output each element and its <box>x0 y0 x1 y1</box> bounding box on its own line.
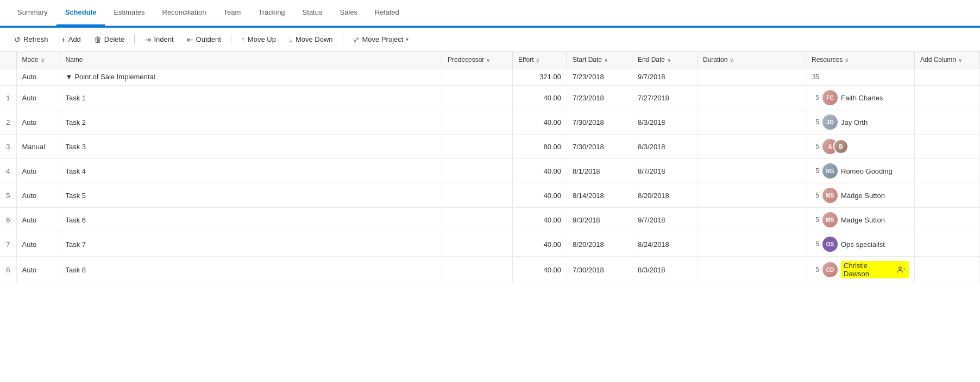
cell-mode: Auto <box>16 159 60 183</box>
delete-icon: 🗑 <box>94 35 102 44</box>
cell-predecessor <box>442 110 513 135</box>
col-header-duration[interactable]: Duration ∨ <box>698 52 806 68</box>
cell-enddate: 7/27/2018 <box>632 86 698 110</box>
resource-name: Faith Charles <box>841 94 883 102</box>
cell-effort: 80.00 <box>513 135 567 159</box>
schedule-table: Mode ∨ Name Predecessor ∨ <box>0 52 980 283</box>
avatar: B <box>833 139 849 154</box>
table-row[interactable]: 3ManualTask 380.007/30/20188/3/20185AB <box>0 135 980 159</box>
refresh-button[interactable]: ↺ Refresh <box>9 33 54 47</box>
cell-duration <box>698 135 806 159</box>
cell-duration <box>698 232 806 257</box>
mode-sort-icon: ∨ <box>41 57 45 63</box>
tab-team[interactable]: Team <box>215 0 249 26</box>
cell-addcol <box>915 135 980 159</box>
separator-3 <box>343 34 343 45</box>
table-row[interactable]: 2AutoTask 240.007/30/20188/3/20185JOJay … <box>0 110 980 135</box>
col-header-effort[interactable]: Effort ∨ <box>513 52 567 68</box>
tab-tracking[interactable]: Tracking <box>249 0 293 26</box>
tab-estimates[interactable]: Estimates <box>105 0 153 26</box>
col-header-resources[interactable]: Resources ∨ <box>806 52 915 68</box>
table-row[interactable]: 4AutoTask 440.008/1/20188/7/20185RGRomeo… <box>0 159 980 183</box>
col-header-startdate[interactable]: Start Date ∨ <box>567 52 632 68</box>
move-project-icon: ⤢ <box>353 35 360 44</box>
cell-resources: 5CDChristie Dawson <box>806 257 915 283</box>
cell-predecessor <box>442 232 513 257</box>
pred-sort-icon: ∨ <box>486 57 490 63</box>
move-up-label: Move Up <box>248 35 276 43</box>
cell-duration <box>698 183 806 208</box>
cell-predecessor <box>442 68 513 86</box>
move-up-button[interactable]: ↑ Move Up <box>236 33 281 47</box>
cell-mode: Auto <box>16 257 60 283</box>
table-row[interactable]: 1AutoTask 140.007/23/20187/27/20185FCFai… <box>0 86 980 110</box>
col-mode-label: Mode <box>22 56 39 63</box>
cell-rownum: 3 <box>0 135 16 159</box>
table-row[interactable]: 6AutoTask 640.009/3/20189/7/20185MSMadge… <box>0 208 980 232</box>
indent-icon: ⇥ <box>145 35 151 44</box>
tab-status[interactable]: Status <box>294 0 331 26</box>
cell-effort: 40.00 <box>513 86 567 110</box>
move-down-label: Move Down <box>296 35 333 43</box>
resource-count: 5 <box>812 216 819 224</box>
add-button[interactable]: + Add <box>56 33 86 47</box>
cell-addcol <box>915 68 980 86</box>
resource-name: Madge Sutton <box>841 216 885 224</box>
resource-count: 5 <box>812 118 819 126</box>
col-start-label: Start Date <box>573 56 602 63</box>
cell-mode: Auto <box>16 110 60 135</box>
resources-sort-icon: ∨ <box>845 57 849 63</box>
cell-resources: 5OSOps specialist <box>806 232 915 257</box>
delete-button[interactable]: 🗑 Delete <box>89 33 130 47</box>
move-project-button[interactable]: ⤢ Move Project ▾ <box>348 33 414 47</box>
cell-addcol <box>915 183 980 208</box>
table-row[interactable]: 5AutoTask 540.008/14/20188/20/20185MSMad… <box>0 183 980 208</box>
toolbar: ↺ Refresh + Add 🗑 Delete ⇥ Indent ⇤ Outd… <box>0 28 980 52</box>
tab-sales[interactable]: Sales <box>331 0 366 26</box>
refresh-icon: ↺ <box>14 35 21 44</box>
cell-enddate: 8/20/2018 <box>632 183 698 208</box>
tab-summary[interactable]: Summary <box>9 0 56 26</box>
col-header-name[interactable]: Name <box>60 52 442 68</box>
move-project-chevron: ▾ <box>406 36 409 42</box>
indent-button[interactable]: ⇥ Indent <box>139 33 179 47</box>
col-resources-label: Resources <box>812 56 843 63</box>
cell-startdate: 7/30/2018 <box>567 257 632 283</box>
cell-rownum: 4 <box>0 159 16 183</box>
resource-count: 35 <box>812 73 819 81</box>
move-down-button[interactable]: ↓ Move Down <box>284 33 338 47</box>
col-header-addcol[interactable]: Add Column ∨ <box>915 52 980 68</box>
cell-rownum <box>0 68 16 86</box>
table-row[interactable]: 8AutoTask 840.007/30/20188/3/20185CDChri… <box>0 257 980 283</box>
cell-enddate: 9/7/2018 <box>632 68 698 86</box>
col-header-mode[interactable]: Mode ∨ <box>16 52 60 68</box>
tab-related[interactable]: Related <box>366 0 408 26</box>
tab-schedule[interactable]: Schedule <box>56 0 105 26</box>
avatar: FC <box>822 90 838 105</box>
edit-resource-button[interactable] <box>896 265 906 275</box>
cell-rownum: 7 <box>0 232 16 257</box>
expand-icon[interactable]: ▼ <box>66 73 73 81</box>
cell-rownum: 8 <box>0 257 16 283</box>
col-header-predecessor[interactable]: Predecessor ∨ <box>442 52 513 68</box>
table-row[interactable]: Auto▼Point of Sale Implementat321.007/23… <box>0 68 980 86</box>
cell-name: Task 5 <box>60 183 442 208</box>
separator-1 <box>134 34 135 45</box>
add-label: Add <box>68 35 81 43</box>
table-row[interactable]: 7AutoTask 740.008/20/20188/24/20185OSOps… <box>0 232 980 257</box>
outdent-icon: ⇤ <box>187 35 193 44</box>
resource-name: Jay Orth <box>841 118 868 126</box>
col-name-label: Name <box>66 56 83 63</box>
cell-name: Task 7 <box>60 232 442 257</box>
resource-count: 5 <box>812 240 819 248</box>
cell-resources: 5RGRomeo Gooding <box>806 159 915 183</box>
outdent-button[interactable]: ⇤ Outdent <box>181 33 227 47</box>
cell-resources: 5AB <box>806 135 915 159</box>
tab-reconciliation[interactable]: Reconciliation <box>154 0 215 26</box>
col-header-enddate[interactable]: End Date ∨ <box>632 52 698 68</box>
cell-startdate: 7/30/2018 <box>567 110 632 135</box>
cell-enddate: 8/7/2018 <box>632 159 698 183</box>
cell-resources: 5MSMadge Sutton <box>806 183 915 208</box>
avatar: OS <box>822 237 838 252</box>
cell-duration <box>698 159 806 183</box>
